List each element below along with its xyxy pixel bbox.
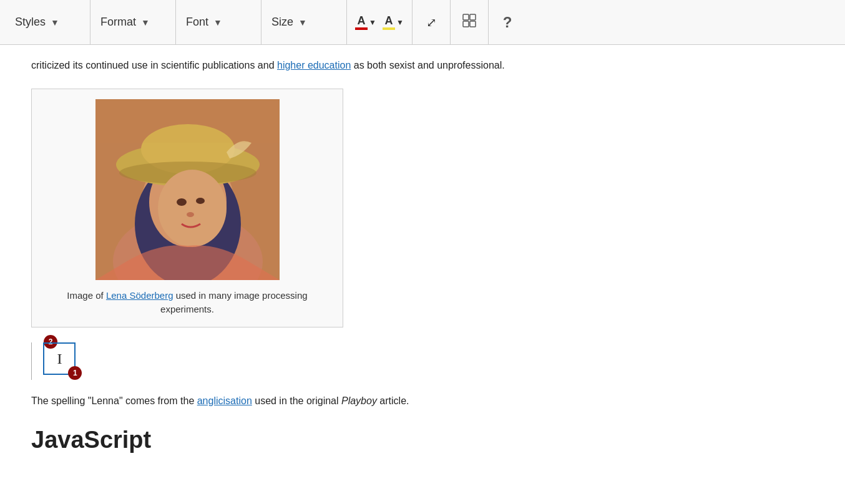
font-color-bar — [355, 27, 368, 30]
figure-caption: Image of Lena Söderberg used in many ima… — [42, 289, 333, 317]
puzzle-icon — [462, 13, 477, 31]
badge-1: 1 — [68, 366, 82, 380]
help-icon: ? — [503, 14, 512, 31]
svg-rect-16 — [95, 99, 280, 143]
font-bg-bar — [383, 27, 395, 30]
format-group: Format ▼ — [90, 0, 176, 44]
caption-after: used in many image processing experiment… — [160, 290, 308, 315]
size-arrow-icon: ▼ — [298, 17, 307, 27]
help-button[interactable]: ? — [494, 9, 521, 36]
svg-point-15 — [187, 212, 194, 217]
lena-image — [95, 99, 280, 280]
font-color-button[interactable]: A ▼ — [352, 9, 379, 36]
intro-paragraph: criticized its continued use in scientif… — [31, 57, 780, 74]
font-bg-icon: A — [383, 15, 395, 30]
editor-toolbar: Styles ▼ Format ▼ Font ▼ Size ▼ A ▼ — [0, 0, 845, 45]
font-group: Font ▼ — [176, 0, 261, 44]
size-dropdown[interactable]: Size ▼ — [266, 13, 341, 31]
font-color-group: A ▼ A ▼ — [347, 0, 413, 44]
svg-rect-1 — [470, 14, 476, 20]
para-italic: Playboy — [341, 395, 377, 406]
intro-text-before: criticized its continued use in scientif… — [31, 60, 277, 70]
svg-point-12 — [158, 170, 227, 247]
para-lenna: The spelling "Lenna" comes from the angl… — [31, 392, 780, 409]
size-group: Size ▼ — [261, 0, 347, 44]
para-after: used in the original — [252, 395, 341, 406]
anglicisation-link[interactable]: anglicisation — [197, 395, 252, 406]
editor-content: criticized its continued use in scientif… — [0, 45, 811, 478]
font-label: Font — [186, 16, 208, 29]
caption-before: Image of — [67, 290, 106, 301]
expand-button[interactable]: ⤢ — [418, 9, 445, 36]
font-arrow-icon: ▼ — [213, 17, 222, 27]
cursor-box-container: I 1 — [43, 342, 76, 375]
svg-point-13 — [177, 198, 187, 206]
section-heading-javascript: JavaScript — [31, 427, 780, 453]
para-before: The spelling "Lenna" comes from the — [31, 395, 197, 406]
puzzle-group — [451, 0, 489, 44]
para-end: article. — [377, 395, 409, 406]
svg-rect-2 — [463, 21, 469, 27]
styles-dropdown[interactable]: Styles ▼ — [10, 13, 85, 31]
font-color-arrow: ▼ — [369, 18, 376, 27]
vertical-separator — [31, 342, 32, 380]
intro-text-after: as both sexist and unprofessional. — [351, 60, 504, 70]
styles-arrow-icon: ▼ — [51, 17, 59, 27]
svg-rect-3 — [470, 21, 476, 27]
expand-icon: ⤢ — [426, 15, 437, 30]
svg-rect-0 — [463, 14, 469, 20]
font-color-icon: A — [355, 15, 368, 30]
format-label: Format — [100, 16, 136, 29]
styles-group: Styles ▼ — [5, 0, 90, 44]
font-bg-arrow: ▼ — [396, 18, 404, 27]
cursor-inline-area: 2 I 1 — [31, 342, 780, 380]
lena-link[interactable]: Lena Söderberg — [106, 290, 173, 301]
expand-group: ⤢ — [413, 0, 451, 44]
size-label: Size — [271, 16, 293, 29]
lena-svg — [95, 99, 280, 280]
cursor-i-beam: I — [57, 351, 62, 367]
help-group: ? — [489, 0, 526, 44]
figure-box: Image of Lena Söderberg used in many ima… — [31, 89, 343, 327]
puzzle-button[interactable] — [456, 9, 483, 36]
styles-label: Styles — [15, 16, 46, 29]
font-dropdown[interactable]: Font ▼ — [181, 13, 256, 31]
font-bg-button[interactable]: A ▼ — [379, 9, 407, 36]
cursor-wrapper: 2 I 1 — [31, 342, 76, 380]
higher-education-link[interactable]: higher education — [277, 60, 351, 70]
format-dropdown[interactable]: Format ▼ — [95, 13, 170, 31]
format-arrow-icon: ▼ — [141, 17, 150, 27]
svg-point-14 — [196, 198, 205, 204]
